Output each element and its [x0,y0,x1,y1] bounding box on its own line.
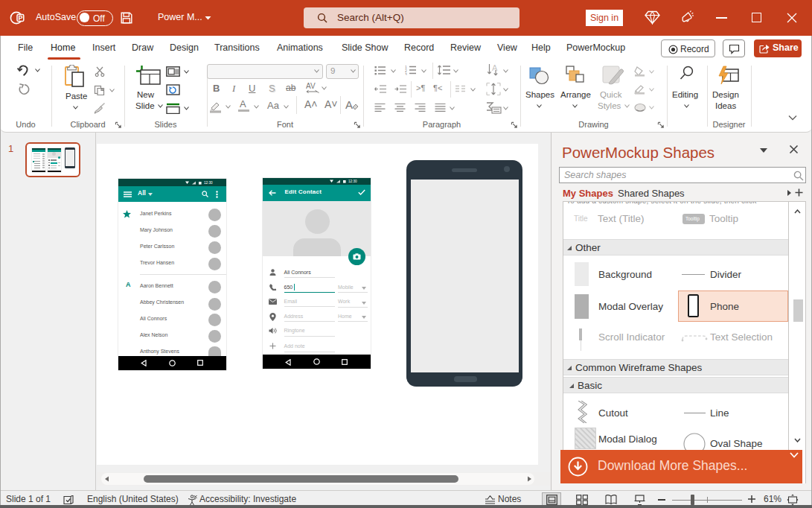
svg-text:12:30: 12:30 [204,181,213,185]
svg-text:AV: AV [306,83,316,90]
svg-text:12:30: 12:30 [348,180,357,183]
svg-text:A: A [345,98,353,111]
svg-text:P: P [18,14,22,22]
svg-text:A: A [492,63,498,72]
svg-text:3: 3 [405,72,407,76]
